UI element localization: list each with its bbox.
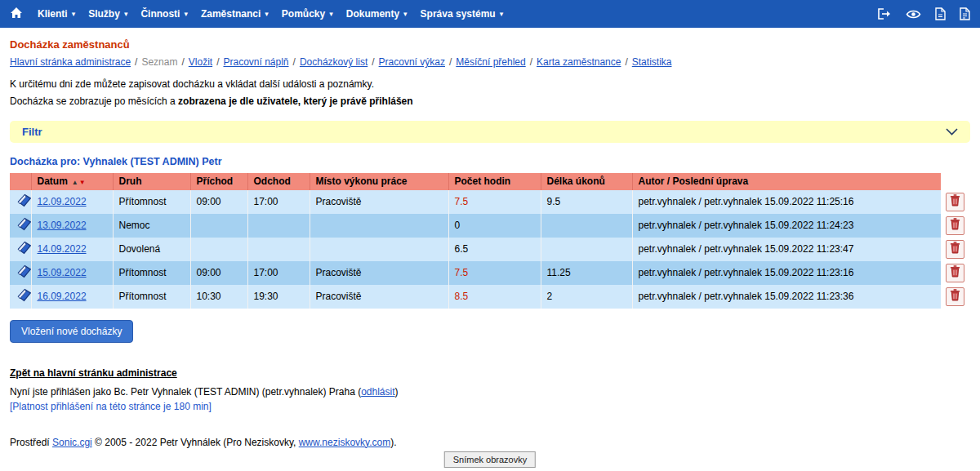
table-row: 13.09.2022 Nemoc 0 petr.vyhnalek / petr.… xyxy=(10,214,941,238)
nav-item-klienti[interactable]: Klienti▾ xyxy=(33,8,83,20)
date-link[interactable]: 14.09.2022 xyxy=(38,243,87,255)
nav-item-sluzby[interactable]: Služby▾ xyxy=(83,8,136,20)
home-icon xyxy=(10,7,23,22)
breadcrumb-link-hlavni-stranka[interactable]: Hlavní stránka administrace xyxy=(10,56,131,68)
trash-icon xyxy=(950,265,960,280)
row-edit-cell[interactable] xyxy=(10,285,31,309)
chevron-down-icon: ▾ xyxy=(403,11,408,18)
header-icon-col xyxy=(10,173,31,190)
header-pocet-hodin: Počet hodin xyxy=(448,173,541,190)
chevron-down-icon: ▾ xyxy=(72,11,76,18)
delete-row-button[interactable] xyxy=(946,264,964,282)
prichod-cell xyxy=(190,214,247,238)
book-icon[interactable] xyxy=(16,295,31,306)
date-link[interactable]: 13.09.2022 xyxy=(38,220,87,231)
date-cell: 16.09.2022 xyxy=(31,285,113,309)
date-cell: 12.09.2022 xyxy=(31,190,113,214)
row-edit-cell[interactable] xyxy=(10,190,31,214)
autor-cell: petr.vyhnalek / petr.vyhnalek 15.09.2022… xyxy=(632,214,941,238)
book-icon[interactable] xyxy=(16,200,31,211)
trash-icon xyxy=(950,242,960,256)
breadcrumb-link-karta-zamestnance[interactable]: Karta zaměstnance xyxy=(537,56,621,68)
table-row: 15.09.2022 Přítomnost 09:00 17:00 Pracov… xyxy=(10,261,941,285)
sonic-cgi-link[interactable]: Sonic.cgi xyxy=(52,437,92,448)
odchod-cell xyxy=(247,214,310,238)
header-druh: Druh xyxy=(113,173,190,190)
odchod-cell: 17:00 xyxy=(247,190,310,214)
breadcrumb-link-dochazkovy-list[interactable]: Docházkový list xyxy=(300,56,368,68)
environment-line: Prostředí Sonic.cgi © 2005 - 2022 Petr V… xyxy=(10,435,970,450)
autor-cell: petr.vyhnalek / petr.vyhnalek 15.09.2022… xyxy=(632,190,941,214)
hodiny-cell: 7.5 xyxy=(448,190,541,214)
document-print-icon[interactable] xyxy=(960,7,970,20)
logout-icon[interactable] xyxy=(877,7,892,20)
chevron-down-icon[interactable] xyxy=(946,128,958,136)
header-datum[interactable]: Datum▲▼ xyxy=(31,173,113,190)
druh-cell: Dovolená xyxy=(113,238,190,261)
delete-column-spacer xyxy=(946,173,964,190)
delete-row-button[interactable] xyxy=(946,240,964,259)
delka-cell: 2 xyxy=(541,285,632,309)
book-icon[interactable] xyxy=(16,271,31,282)
druh-cell: Přítomnost xyxy=(113,190,190,214)
section-title: Docházka pro: Vyhnalek (TEST ADMIN) Petr xyxy=(10,156,970,167)
table-header-row: Datum▲▼ Druh Příchod Odchod Místo výkonu… xyxy=(10,173,941,190)
date-link[interactable]: 16.09.2022 xyxy=(38,291,87,302)
nav-item-pomucky[interactable]: Pomůcky▾ xyxy=(277,8,341,20)
delete-row-button[interactable] xyxy=(946,287,964,306)
book-icon[interactable] xyxy=(16,224,31,235)
nav-item-dokumenty[interactable]: Dokumenty▾ xyxy=(341,8,416,20)
trash-icon xyxy=(950,194,960,209)
nav-item-cinnosti[interactable]: Činnosti▾ xyxy=(136,8,196,20)
screenshot-tooltip: Snímek obrazovky xyxy=(444,451,536,468)
prichod-cell xyxy=(190,238,247,261)
misto-cell: Pracoviště xyxy=(310,261,448,285)
row-edit-cell[interactable] xyxy=(10,238,31,261)
autor-cell: petr.vyhnalek / petr.vyhnalek 15.09.2022… xyxy=(632,238,941,261)
delete-column xyxy=(946,173,964,309)
breadcrumb-link-mesicni-prehled[interactable]: Měsíční přehled xyxy=(456,56,525,68)
chevron-down-icon: ▾ xyxy=(124,11,128,18)
hodiny-cell: 6.5 xyxy=(448,238,541,261)
breadcrumb-link-pracovni-napln[interactable]: Pracovní náplň xyxy=(223,56,288,68)
breadcrumb-link-vlozit[interactable]: Vložit xyxy=(189,56,212,68)
breadcrumb-link-pracovni-vykaz[interactable]: Pracovní výkaz xyxy=(379,56,445,68)
delete-row-button[interactable] xyxy=(946,216,964,235)
eye-icon[interactable] xyxy=(906,9,921,20)
breadcrumb: Hlavní stránka administraceSeznamVložitP… xyxy=(10,56,970,68)
chevron-down-icon: ▾ xyxy=(329,11,333,18)
row-edit-cell[interactable] xyxy=(10,214,31,238)
hodiny-cell: 0 xyxy=(448,214,541,238)
table-row: 16.09.2022 Přítomnost 10:30 19:30 Pracov… xyxy=(10,285,941,309)
delka-cell: 9.5 xyxy=(541,190,632,214)
date-link[interactable]: 12.09.2022 xyxy=(38,196,87,207)
nav-item-sprava-systemu[interactable]: Správa systému▾ xyxy=(416,8,512,20)
druh-cell: Přítomnost xyxy=(113,285,190,309)
date-link[interactable]: 15.09.2022 xyxy=(38,267,87,278)
row-edit-cell[interactable] xyxy=(10,261,31,285)
home-button[interactable] xyxy=(10,7,23,22)
sort-asc-icon[interactable]: ▲ xyxy=(72,179,78,186)
sort-desc-icon[interactable]: ▼ xyxy=(79,179,86,186)
delete-row-button[interactable] xyxy=(946,193,964,211)
footer: Zpět na hlavní stránku administrace Nyní… xyxy=(10,366,970,450)
odchod-cell xyxy=(247,238,310,261)
delka-cell: 11.25 xyxy=(541,261,632,285)
date-cell: 13.09.2022 xyxy=(31,214,113,238)
chevron-down-icon: ▾ xyxy=(265,11,269,18)
neziskovky-link[interactable]: www.neziskovky.com xyxy=(299,437,390,448)
table-row: 12.09.2022 Přítomnost 09:00 17:00 Pracov… xyxy=(10,190,941,214)
insert-new-attendance-button[interactable]: Vložení nové docházky xyxy=(10,320,133,343)
trash-icon xyxy=(950,289,960,304)
document-export-icon[interactable] xyxy=(935,7,946,20)
odchod-cell: 19:30 xyxy=(247,285,310,309)
breadcrumb-link-statistika[interactable]: Statistika xyxy=(632,56,672,68)
book-icon[interactable] xyxy=(16,247,31,259)
logout-link[interactable]: odhlásit xyxy=(361,386,394,398)
intro-line-1: K určitému dni zde můžete zapisovat doch… xyxy=(10,78,970,91)
filter-bar[interactable]: Filtr xyxy=(10,121,970,143)
page-title: Docházka zaměstnanců xyxy=(10,38,970,51)
nav-item-zamestnanci[interactable]: Zaměstnanci▾ xyxy=(196,8,277,20)
header-autor: Autor / Poslední úprava xyxy=(632,173,941,190)
back-to-admin-link[interactable]: Zpět na hlavní stránku administrace xyxy=(10,367,177,379)
